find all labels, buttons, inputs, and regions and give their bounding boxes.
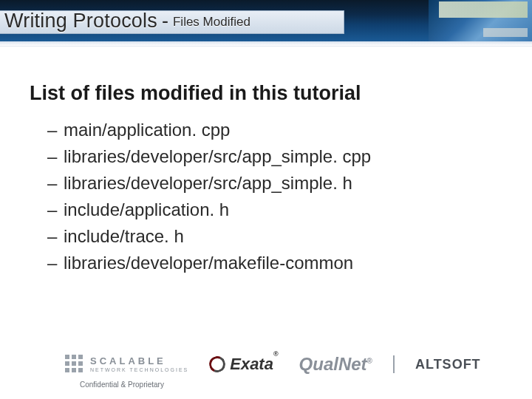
header-divider xyxy=(0,41,532,47)
title-main: Writing Protocols xyxy=(4,10,157,33)
scalable-line2: NETWORK TECHNOLOGIES xyxy=(90,367,188,372)
qualnet-text: QualNet® xyxy=(299,354,372,375)
scalable-mark-icon xyxy=(65,355,84,374)
list-item: main/application. cpp xyxy=(47,117,502,143)
logo-scalable: SCALABLE NETWORK TECHNOLOGIES xyxy=(65,355,188,374)
logo-altsoft: ALTSOFT xyxy=(415,357,481,372)
title-subtitle: Files Modified xyxy=(173,15,250,30)
header-decor-right xyxy=(429,0,532,41)
exata-ring-icon xyxy=(207,354,228,375)
logo-row: SCALABLE NETWORK TECHNOLOGIES Exata® Qua… xyxy=(65,354,511,375)
exata-text: Exata® xyxy=(230,355,278,374)
confidential-label: Confidential & Proprietary xyxy=(80,381,511,389)
slide-title: Writing Protocols - Files Modified xyxy=(0,10,250,33)
scalable-line1: SCALABLE xyxy=(90,356,188,366)
logo-divider xyxy=(393,355,395,373)
file-list: main/application. cpp libraries/develope… xyxy=(30,117,502,276)
logo-exata: Exata® xyxy=(209,355,278,374)
logo-qualnet: QualNet® xyxy=(299,354,372,375)
slide-body: List of files modified in this tutorial … xyxy=(0,47,532,276)
footer: SCALABLE NETWORK TECHNOLOGIES Exata® Qua… xyxy=(0,354,532,389)
list-item: libraries/developer/makefile-common xyxy=(47,250,502,276)
header-band: Writing Protocols - Files Modified xyxy=(0,0,532,41)
list-item: include/application. h xyxy=(47,197,502,223)
section-heading: List of files modified in this tutorial xyxy=(30,82,502,105)
list-item: libraries/developer/src/app_simple. cpp xyxy=(47,143,502,170)
scalable-text: SCALABLE NETWORK TECHNOLOGIES xyxy=(90,356,188,372)
list-item: libraries/developer/src/app_simple. h xyxy=(47,170,502,197)
list-item: include/trace. h xyxy=(47,223,502,250)
title-separator: - xyxy=(162,10,168,33)
slide: Writing Protocols - Files Modified List … xyxy=(0,0,532,399)
